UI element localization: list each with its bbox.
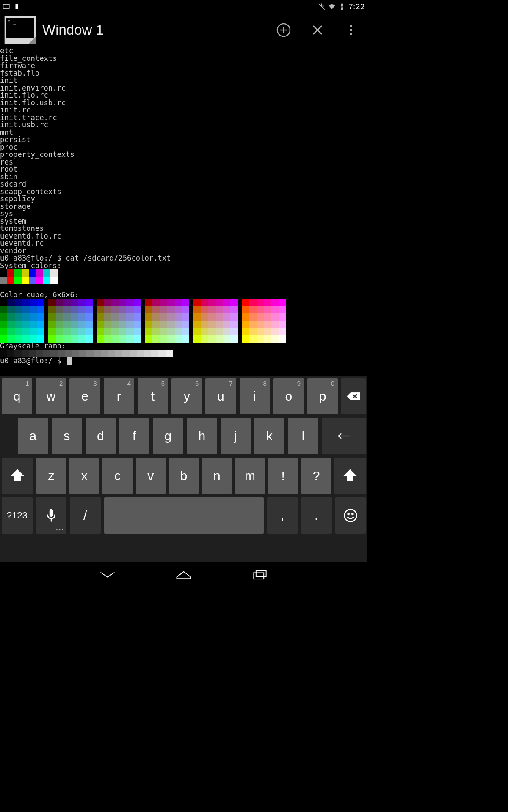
key-o[interactable]: o9 — [273, 378, 304, 414]
key-d[interactable]: d — [86, 418, 116, 454]
period-key[interactable]: . — [301, 497, 332, 534]
terminal-prompt[interactable]: u0_a83@flo:/ $ — [0, 357, 367, 365]
key-x[interactable]: x — [69, 458, 99, 494]
cube-block — [0, 299, 44, 343]
color-cell — [30, 313, 37, 321]
color-cell — [182, 321, 189, 328]
key-n[interactable]: n — [202, 458, 232, 494]
color-cell — [22, 328, 29, 335]
shift-key-left[interactable] — [2, 458, 33, 494]
color-cell — [208, 299, 215, 306]
key-y[interactable]: y6 — [171, 378, 202, 414]
back-button[interactable] — [97, 568, 118, 582]
key-label: u — [217, 389, 224, 403]
color-cell — [85, 328, 92, 335]
svg-rect-18 — [350, 33, 352, 35]
key-r[interactable]: r4 — [104, 378, 134, 414]
color-cell — [22, 313, 29, 321]
color-cell — [71, 306, 78, 313]
terminal-line: root — [0, 166, 367, 173]
key-c[interactable]: c — [102, 458, 132, 494]
tab-selector[interactable]: $ _ — [4, 16, 36, 44]
color-cell — [104, 328, 111, 335]
color-cell — [126, 335, 133, 343]
key-j[interactable]: j — [221, 418, 251, 454]
key-w[interactable]: w2 — [36, 378, 66, 414]
key-q[interactable]: q1 — [2, 378, 32, 414]
slash-key[interactable]: / — [70, 497, 101, 534]
key-i[interactable]: i8 — [240, 378, 270, 414]
close-window-button[interactable] — [306, 18, 329, 42]
key-e[interactable]: e3 — [69, 378, 100, 414]
color-cell — [193, 306, 201, 313]
color-cell — [119, 328, 126, 335]
terminal-line: firmware — [0, 62, 367, 70]
space-key[interactable] — [104, 497, 264, 534]
key-s[interactable]: s — [52, 418, 82, 454]
svg-rect-9 — [342, 4, 343, 5]
key-t[interactable]: t5 — [138, 378, 168, 414]
terminal-line: init.rc — [0, 107, 367, 114]
svg-rect-4 — [16, 4, 17, 9]
color-cell — [119, 321, 126, 328]
color-cell — [182, 313, 189, 321]
key-f[interactable]: f — [119, 418, 149, 454]
key-alt-label: 7 — [229, 380, 232, 387]
color-cell — [78, 335, 85, 343]
home-button[interactable] — [173, 568, 194, 582]
key-g[interactable]: g — [153, 418, 183, 454]
key-label: l — [302, 429, 305, 443]
key-question[interactable]: ? — [301, 458, 331, 494]
color-cell — [37, 313, 44, 321]
key-l[interactable]: l — [288, 418, 318, 454]
key-h[interactable]: h — [187, 418, 217, 454]
color-cell — [216, 299, 223, 306]
color-cube — [0, 299, 367, 343]
enter-key[interactable] — [322, 418, 366, 454]
color-cell — [223, 299, 230, 306]
terminal-line: ueventd.flo.rc — [0, 233, 367, 240]
color-cell — [216, 321, 223, 328]
color-cell — [208, 321, 215, 328]
terminal-line: u0_a83@flo:/ $ cat /sdcard/256color.txt — [0, 255, 367, 262]
color-cell — [0, 299, 7, 306]
color-cell — [50, 277, 58, 284]
overflow-menu-button[interactable] — [340, 18, 363, 42]
key-k[interactable]: k — [254, 418, 284, 454]
key-u[interactable]: u7 — [205, 378, 236, 414]
key-alt-label: 2 — [59, 380, 63, 387]
color-cell — [71, 313, 78, 321]
terminal-notification-icon — [3, 3, 10, 11]
emoji-key[interactable] — [335, 497, 366, 534]
key-z[interactable]: z — [36, 458, 66, 494]
key-exclaim[interactable]: ! — [268, 458, 298, 494]
color-cell — [63, 321, 70, 328]
symbols-key[interactable]: ?123 — [2, 497, 33, 534]
voice-input-key[interactable]: ... — [36, 497, 67, 534]
gray-cell — [151, 350, 158, 357]
backspace-key[interactable] — [341, 378, 366, 414]
key-p[interactable]: p0 — [307, 378, 338, 414]
shift-key-right[interactable] — [334, 458, 366, 494]
key-b[interactable]: b — [169, 458, 199, 494]
key-v[interactable]: v — [136, 458, 166, 494]
color-cell — [257, 306, 264, 313]
key-a[interactable]: a — [18, 418, 48, 454]
recent-apps-button[interactable] — [249, 568, 271, 582]
color-cell — [104, 306, 111, 313]
new-window-button[interactable] — [272, 18, 295, 42]
gray-cell — [94, 350, 101, 357]
key-label: f — [133, 429, 136, 443]
more-vert-icon — [344, 22, 359, 38]
key-label: e — [81, 389, 88, 403]
terminal-line: seapp_contexts — [0, 188, 367, 196]
comma-key[interactable]: , — [267, 497, 298, 534]
key-label: k — [266, 429, 273, 443]
status-bar: 7:22 — [0, 0, 367, 14]
color-cell — [126, 328, 133, 335]
key-label: p — [319, 389, 326, 403]
color-cell — [63, 313, 70, 321]
terminal-output[interactable]: etcfile_contextsfirmwarefstab.floinitini… — [0, 47, 367, 365]
key-m[interactable]: m — [235, 458, 265, 494]
plus-circle-icon — [276, 22, 291, 38]
